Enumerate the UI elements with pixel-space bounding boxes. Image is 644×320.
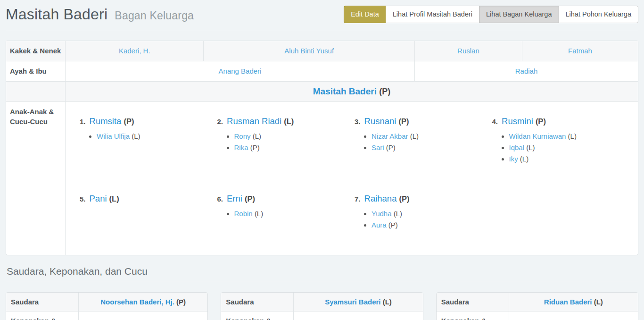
- list-item: Sari (P): [372, 143, 492, 152]
- grandchild-link[interactable]: Wildan Kurniawan: [509, 132, 566, 140]
- mother-cell: Radiah: [414, 61, 638, 81]
- grandchildren-list: Nizar Akbar (L) Sari (P): [355, 132, 492, 152]
- sibling-link[interactable]: Syamsuri Baderi: [325, 298, 380, 306]
- child-link[interactable]: Rumsita: [90, 116, 122, 126]
- nephews-cell: 1. Rifna Idiar (L) Sari Mardiah (P): [293, 311, 422, 320]
- grandchild-link[interactable]: Wilia Ulfija: [97, 132, 130, 140]
- sibling-label: Saudara: [437, 293, 509, 312]
- grandchild-link[interactable]: Rika: [234, 143, 248, 152]
- sibling-gender: (L): [383, 298, 392, 306]
- mother-link[interactable]: Radiah: [515, 67, 538, 75]
- list-item: Robin (L): [234, 210, 355, 218]
- self-row-empty-label: [6, 81, 65, 101]
- child-link[interactable]: Raihana: [364, 194, 397, 203]
- nephews-cell: 1. Zuraida (P) Andika Nugraha Rahman (L): [509, 311, 638, 320]
- child-gender: (P): [124, 117, 134, 126]
- child-block-7: 7. Raihana (P) Yudha (L) Aura (P): [355, 194, 492, 232]
- self-gender: (P): [379, 87, 390, 96]
- sibling-gender: (P): [176, 298, 186, 306]
- view-tree-button[interactable]: Lihat Pohon Keluarga: [559, 6, 638, 23]
- child-gender: (P): [536, 117, 546, 126]
- grandchild-gender: (L): [568, 132, 577, 140]
- grandchild-link[interactable]: Sari: [372, 143, 384, 152]
- grandparents-label: Kakek & Nenek: [6, 41, 65, 61]
- self-cell: Masitah Baderi (P): [65, 81, 638, 101]
- grandchild-link[interactable]: Rony: [234, 132, 251, 140]
- grandchild-link[interactable]: Iqbal: [509, 143, 525, 152]
- child-block-3: 3. Rusnani (P) Nizar Akbar (L) Sari (: [355, 116, 492, 166]
- nephews-row: Keponakan & Cucu-Cucu 1. Muna Makmun (P)…: [6, 311, 207, 320]
- father-cell: Anang Baderi: [65, 61, 414, 81]
- child-link[interactable]: Rusnani: [364, 116, 396, 126]
- view-profile-button[interactable]: Lihat Profil Masitah Baderi: [386, 6, 479, 23]
- grandchild-link[interactable]: Iky: [509, 155, 518, 163]
- sibling-link[interactable]: Riduan Baderi: [544, 298, 592, 306]
- grandchild-link[interactable]: Yudha: [372, 210, 392, 218]
- sibling-header-row: Saudara Riduan Baderi (L): [437, 293, 638, 312]
- child-number: 5.: [80, 195, 86, 203]
- sibling-card-2: Saudara Syamsuri Baderi (L) Keponakan & …: [221, 292, 423, 320]
- child-number: 6.: [217, 195, 223, 203]
- nephews-cell: 1. Muna Makmun (P) Nafies Luthfi (L): [78, 311, 207, 320]
- father-link[interactable]: Anang Baderi: [219, 67, 262, 75]
- list-item: Wilia Ulfija (L): [97, 132, 217, 140]
- grandchildren-list: Wildan Kurniawan (L) Iqbal (L) Iky (L): [492, 132, 630, 163]
- child-link[interactable]: Rusman Riadi: [227, 116, 281, 126]
- grandfather-paternal-cell: Kaderi, H.: [65, 41, 203, 61]
- sibling-name-cell: Riduan Baderi (L): [509, 293, 638, 312]
- grandchild-gender: (L): [132, 132, 140, 140]
- child-link[interactable]: Pani: [90, 194, 107, 203]
- child-block-4: 4. Rusmini (P) Wildan Kurniawan (L) Iqba…: [492, 116, 630, 166]
- sibling-gender: (L): [594, 298, 603, 306]
- page-title: Masitah Baderi Bagan Keluarga: [6, 6, 194, 23]
- grandfather-maternal-link[interactable]: Ruslan: [457, 47, 479, 55]
- child-block-6: 6. Erni (P) Robin (L): [217, 194, 355, 232]
- edit-data-button[interactable]: Edit Data: [344, 6, 386, 23]
- grandchild-gender: (L): [526, 143, 535, 152]
- self-link[interactable]: Masitah Baderi: [313, 86, 377, 96]
- sibling-link[interactable]: Noorsehan Baderi, Hj.: [100, 298, 174, 306]
- view-chart-button[interactable]: Lihat Bagan Keluarga: [479, 6, 559, 23]
- sibling-label: Saudara: [221, 293, 293, 312]
- sibling-header-row: Saudara Noorsehan Baderi, Hj. (P): [6, 293, 207, 312]
- sibling-name-cell: Noorsehan Baderi, Hj. (P): [78, 293, 207, 312]
- grandchild-gender: (P): [388, 221, 398, 229]
- list-item: Iky (L): [509, 155, 630, 163]
- section-divider: [6, 282, 638, 282]
- list-item: Iqbal (L): [509, 143, 630, 152]
- grandfather-paternal-link[interactable]: Kaderi, H.: [119, 47, 150, 55]
- person-name-title: Masitah Baderi: [6, 6, 107, 23]
- list-item: Rony (L): [234, 132, 355, 140]
- nephews-row: Keponakan & Cucu-Cucu 1. Rifna Idiar (L)…: [221, 311, 422, 320]
- family-table: Kakek & Nenek Kaderi, H. Aluh Binti Yusu…: [6, 41, 638, 255]
- grandchild-gender: (P): [250, 143, 260, 152]
- grandchildren-list: Wilia Ulfija (L): [80, 132, 217, 140]
- grandchild-gender: (L): [253, 132, 261, 140]
- grandchild-link[interactable]: Aura: [372, 221, 387, 229]
- grandchild-link[interactable]: Robin: [234, 210, 253, 218]
- list-item: Rika (P): [234, 143, 355, 152]
- nephews-label: Keponakan & Cucu-Cucu: [6, 311, 78, 320]
- grandchild-link[interactable]: Nizar Akbar: [372, 132, 408, 140]
- child-heading: 6. Erni (P): [217, 194, 355, 204]
- grandmother-paternal-link[interactable]: Aluh Binti Yusuf: [284, 47, 334, 55]
- children-label: Anak-Anak & Cucu-Cucu: [6, 101, 65, 255]
- grandchildren-list: Robin (L): [217, 210, 355, 218]
- child-block-1: 1. Rumsita (P) Wilia Ulfija (L): [80, 116, 217, 166]
- child-block-5: 5. Pani (L): [80, 194, 217, 232]
- header-button-group: Edit Data Lihat Profil Masitah Baderi Li…: [344, 6, 638, 23]
- grandmother-paternal-cell: Aluh Binti Yusuf: [203, 41, 414, 61]
- grandchild-gender: (L): [410, 132, 419, 140]
- children-grid: 1. Rumsita (P) Wilia Ulfija (L): [69, 107, 634, 250]
- page-header: Masitah Baderi Bagan Keluarga Edit Data …: [6, 0, 638, 30]
- child-link[interactable]: Erni: [227, 194, 242, 203]
- grandmother-maternal-link[interactable]: Fatmah: [568, 47, 592, 55]
- self-row: Masitah Baderi (P): [6, 81, 638, 101]
- list-item: Wildan Kurniawan (L): [509, 132, 630, 140]
- children-cell: 1. Rumsita (P) Wilia Ulfija (L): [65, 101, 638, 255]
- nephews-label: Keponakan & Cucu-Cucu: [437, 311, 509, 320]
- child-number: 3.: [355, 118, 361, 126]
- page-container: Masitah Baderi Bagan Keluarga Edit Data …: [0, 0, 644, 320]
- child-link[interactable]: Rusmini: [502, 116, 533, 126]
- page-subtitle: Bagan Keluarga: [115, 9, 194, 22]
